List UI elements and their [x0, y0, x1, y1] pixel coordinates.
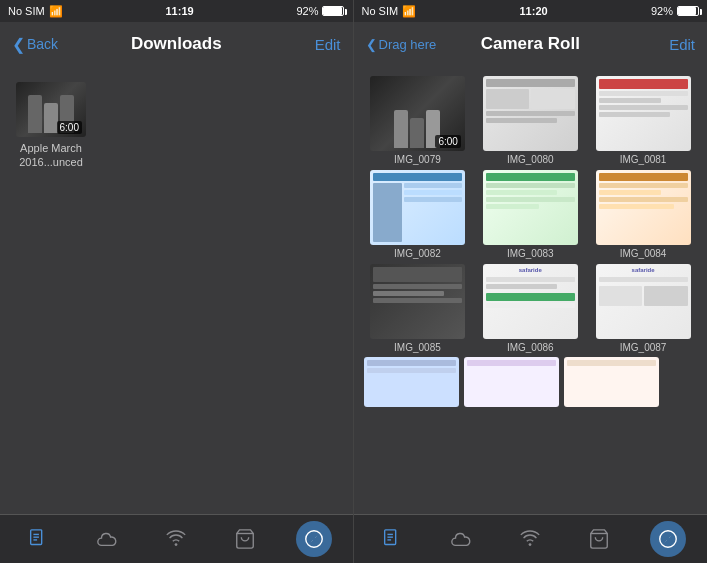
- mock-el: [486, 277, 575, 282]
- mock-el: [567, 360, 656, 366]
- mock-el: [486, 204, 539, 209]
- mock-el: [486, 197, 575, 202]
- thumb-mock-0087: safaride: [596, 264, 691, 339]
- battery-bar-right: [677, 6, 699, 16]
- tab-wifi-right[interactable]: [505, 515, 555, 564]
- compass-icon-left: [303, 528, 325, 550]
- mock-el: [599, 204, 675, 209]
- mock-el: [599, 105, 688, 110]
- store-icon-right: [588, 528, 610, 550]
- tab-store-right[interactable]: [574, 515, 624, 564]
- downloads-content: 6:00 Apple March 2016...unced: [0, 66, 353, 514]
- tab-wifi-left[interactable]: [151, 515, 201, 564]
- mock-el: [599, 197, 688, 202]
- downloads-list: 6:00 Apple March 2016...unced: [0, 66, 353, 186]
- thumb-mock-0082: [370, 170, 465, 245]
- tab-browser-left[interactable]: [289, 515, 339, 564]
- photo-item-0082[interactable]: IMG_0082: [364, 170, 472, 259]
- edit-button-right[interactable]: Edit: [669, 36, 695, 53]
- mock-el: [531, 89, 575, 109]
- wifi-icon-right: 📶: [402, 5, 416, 18]
- photo-item-0080[interactable]: IMG_0080: [476, 76, 584, 165]
- label-0086: IMG_0086: [507, 342, 554, 353]
- photo-item-0084[interactable]: IMG_0084: [589, 170, 697, 259]
- mock-el: [404, 183, 462, 188]
- mock-el: [599, 277, 688, 282]
- documents-icon-right: [381, 528, 403, 550]
- photo-item-0085[interactable]: IMG_0085: [364, 264, 472, 353]
- label-0079: IMG_0079: [394, 154, 441, 165]
- partial-thumb-0089: [464, 357, 559, 407]
- photo-item-0081[interactable]: IMG_0081: [589, 76, 697, 165]
- tab-bar-right: [354, 514, 708, 563]
- thumb-mock-0081: [596, 76, 691, 151]
- mock-el: [599, 286, 643, 306]
- nav-bar-right: ❮ Drag here Camera Roll Edit: [354, 22, 708, 66]
- partial-thumb-0090: [564, 357, 659, 407]
- video-label: Apple March 2016...unced: [19, 141, 83, 170]
- mock-el: [599, 98, 661, 103]
- tab-cloud-left[interactable]: [82, 515, 132, 564]
- thumb-mock-partial3: [564, 357, 659, 407]
- mock-el: [486, 190, 557, 195]
- label-0084: IMG_0084: [620, 248, 667, 259]
- tab-cloud-right[interactable]: [436, 515, 486, 564]
- photo-item-0083[interactable]: IMG_0083: [476, 170, 584, 259]
- mock-el: [373, 183, 462, 242]
- photo-thumb-0085: [370, 264, 465, 339]
- photo-item-0087[interactable]: safaride IMG_0087: [589, 264, 697, 353]
- status-bar-left: No SIM 📶 11:19 92%: [0, 0, 353, 22]
- thumb-mock-0084: [596, 170, 691, 245]
- tab-documents-left[interactable]: [13, 515, 63, 564]
- mock-el: [373, 173, 462, 181]
- mock-el: [367, 360, 456, 366]
- time-left: 11:19: [166, 5, 194, 17]
- time-right: 11:20: [520, 5, 548, 17]
- mock-el: [373, 284, 462, 289]
- tab-browser-right[interactable]: [643, 515, 693, 564]
- svg-point-4: [175, 543, 178, 546]
- thumb-mock-0086: safaride: [483, 264, 578, 339]
- photo-thumb-0083: [483, 170, 578, 245]
- mock-el: [599, 91, 688, 96]
- label-0085: IMG_0085: [394, 342, 441, 353]
- cloud-icon-right: [450, 528, 472, 550]
- svg-point-13: [529, 543, 532, 546]
- label-0083: IMG_0083: [507, 248, 554, 259]
- mock-el: [599, 190, 661, 195]
- back-button-left[interactable]: ❮ Back: [12, 35, 58, 54]
- browser-active-bg-right: [650, 521, 686, 557]
- tab-store-left[interactable]: [220, 515, 270, 564]
- safaride-logo-2: safaride: [599, 267, 688, 273]
- photo-thumb-0086: safaride: [483, 264, 578, 339]
- photo-item-0079[interactable]: 6:00 IMG_0079: [364, 76, 472, 165]
- carrier-left: No SIM: [8, 5, 45, 17]
- drag-here-button[interactable]: ❮ Drag here: [366, 37, 437, 52]
- safaride-logo: safaride: [486, 267, 575, 273]
- photo-thumb-0079: 6:00: [370, 76, 465, 151]
- mock-el: [599, 286, 688, 306]
- edit-button-left[interactable]: Edit: [315, 36, 341, 53]
- label-0087: IMG_0087: [620, 342, 667, 353]
- video-duration: 6:00: [57, 121, 82, 134]
- label-0080: IMG_0080: [507, 154, 554, 165]
- photo-item-0086[interactable]: safaride IMG_0086: [476, 264, 584, 353]
- mock-el: [486, 89, 575, 109]
- download-item-video[interactable]: 6:00 Apple March 2016...unced: [16, 82, 86, 170]
- mock-el: [486, 89, 530, 109]
- label-0082: IMG_0082: [394, 248, 441, 259]
- partial-thumb-0088: [364, 357, 459, 407]
- battery-fill-right: [678, 7, 696, 15]
- thumb-mock-0080: [483, 76, 578, 151]
- photo-thumb-0082: [370, 170, 465, 245]
- right-panel: No SIM 📶 11:20 92% ❮ Drag here Camera Ro…: [354, 0, 708, 563]
- tab-documents-right[interactable]: [367, 515, 417, 564]
- chevron-left-icon: ❮: [12, 35, 25, 54]
- thumb-mock-0083: [483, 170, 578, 245]
- thumb-mock-0085: [370, 264, 465, 339]
- back-label-left: Back: [27, 36, 58, 52]
- mock-el: [367, 368, 456, 373]
- mock-el: [373, 183, 402, 242]
- photo-thumb-0084: [596, 170, 691, 245]
- mock-el: [599, 173, 688, 181]
